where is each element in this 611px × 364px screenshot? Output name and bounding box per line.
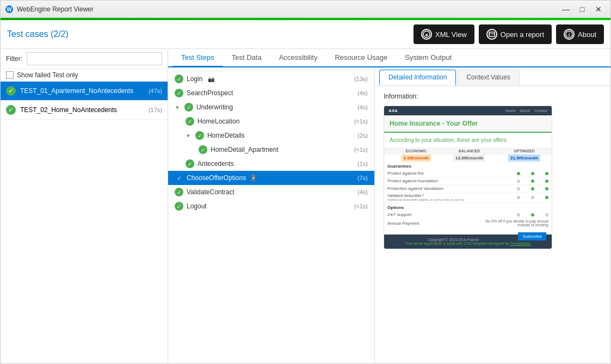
- xml-view-button[interactable]: ⊕ XML View: [413, 24, 474, 44]
- nav-bar: AXA Home About Contact: [384, 106, 552, 115]
- subscribe-button[interactable]: Subscribe: [518, 232, 546, 240]
- screenshot-container: AXA Home About Contact Home Insurance - …: [384, 106, 552, 249]
- step-item[interactable]: ✓ Antecedents (1s): [168, 157, 374, 171]
- step-item[interactable]: ▼ ✓ Underwriting (4s): [168, 100, 374, 114]
- dot: [545, 213, 548, 217]
- step-item[interactable]: ✓ ChooseOfferOptions ▪ (7s): [168, 171, 374, 185]
- step-item[interactable]: ✓ Login 📷 (13s): [168, 72, 374, 86]
- app-icon: W: [5, 5, 14, 14]
- dot: [517, 213, 520, 217]
- insurance-preview: AXA Home About Contact Home Insurance - …: [384, 106, 552, 249]
- detail-panel: Detailed Information Context Values Info…: [375, 67, 610, 363]
- guarantee-dots: [517, 196, 548, 199]
- tab-system-output[interactable]: System Output: [396, 49, 460, 67]
- insurance-header: Home Insurance - Your Offer: [384, 115, 552, 133]
- open-report-label: Open a report: [501, 30, 544, 39]
- dot: [545, 180, 548, 183]
- tab-detailed-information[interactable]: Detailed Information: [379, 70, 456, 85]
- dot: [517, 196, 520, 199]
- show-failed-label: Show failed Test only: [17, 71, 78, 79]
- step-item[interactable]: ✓ SearchProspect (4s): [168, 86, 374, 100]
- show-failed-checkbox[interactable]: [6, 71, 14, 79]
- step-item[interactable]: ✓ ValidateContract (4s): [168, 185, 374, 199]
- step-time: (7s): [357, 175, 368, 181]
- step-screen-icon: ▪: [251, 175, 255, 181]
- step-label: ValidateContract: [187, 188, 234, 196]
- tab-resource-usage[interactable]: Resource Usage: [326, 49, 396, 67]
- maximize-button[interactable]: □: [575, 4, 590, 15]
- options-section-label: Options: [384, 203, 552, 211]
- step-item[interactable]: ✓ Logout (<1s): [168, 199, 374, 213]
- content-area: Filter: Show failed Test only ✓ TEST_01_…: [1, 49, 610, 363]
- step-status-icon: ✓: [175, 188, 183, 196]
- close-button[interactable]: ✕: [591, 4, 606, 15]
- guarantee-name: Protect against Inundation: [387, 178, 517, 183]
- title-bar: W WebEngine Report Viewer — □ ✕: [1, 1, 610, 18]
- annual-payment-row: Annual Payment No 5% off if you decide t…: [384, 218, 552, 228]
- open-report-button[interactable]: Open a report: [479, 24, 552, 44]
- guarantee-name: Protect against fire: [387, 171, 517, 176]
- step-time: (<1s): [354, 118, 368, 125]
- insurance-subtitle: According to your situation, these are y…: [384, 133, 552, 147]
- col-optimized-header: OPTIMIZED: [497, 147, 552, 155]
- test-item-name: TEST_01_Apartement_NoAntecedents: [20, 87, 144, 95]
- col-economic-header: ECONOMIC: [391, 147, 442, 155]
- left-panel: Filter: Show failed Test only ✓ TEST_01_…: [1, 49, 168, 363]
- detail-tabs: Detailed Information Context Values: [375, 67, 610, 86]
- test-item-time: (17s): [149, 107, 162, 113]
- tab-context-values[interactable]: Context Values: [457, 70, 520, 85]
- dot: [531, 172, 534, 175]
- guarantee-dots: [517, 180, 548, 183]
- col-balanced-header: BALANCED: [442, 147, 497, 155]
- annual-name: Annual Payment: [387, 221, 483, 226]
- dot: [531, 213, 534, 217]
- tab-accessibility[interactable]: Accessibility: [270, 49, 326, 67]
- dot: [517, 187, 520, 190]
- step-status-icon: ✓: [186, 117, 194, 126]
- step-status-icon: ✓: [199, 145, 207, 154]
- guarantee-name: Validated deductible *Additional deducti…: [387, 194, 517, 201]
- main-window: W WebEngine Report Viewer — □ ✕ Test cas…: [0, 0, 611, 364]
- annual-note: No 5% off if you decide to pay annual in…: [483, 219, 548, 227]
- step-label: HomeDetails: [207, 132, 245, 139]
- step-time: (2s): [357, 132, 368, 139]
- list-item[interactable]: ✓ TEST_02_Home_NoAntecedents (17s): [1, 101, 168, 120]
- step-item[interactable]: ✓ HomeDetail_Apartment (<1s): [168, 143, 374, 157]
- guarantee-row: Protect against fire: [384, 170, 552, 177]
- minimize-button[interactable]: —: [558, 4, 573, 15]
- expand-arrow-icon: ▼: [186, 133, 191, 139]
- step-time: (13s): [354, 76, 368, 82]
- options-row: 24/7 support: [384, 211, 552, 218]
- svg-rect-4: [489, 32, 495, 36]
- page-title: Test cases (2/2): [7, 29, 409, 39]
- dot: [517, 172, 520, 175]
- step-status-icon: ✓: [175, 75, 183, 83]
- step-item[interactable]: ✓ HomeLocation (<1s): [168, 114, 374, 128]
- xml-icon: ⊕: [421, 29, 432, 40]
- tab-test-steps[interactable]: Test Steps: [172, 49, 223, 67]
- step-item[interactable]: ▼ ✓ HomeDetails (2s): [168, 128, 374, 143]
- guarantee-row: Protect against Inundation: [384, 177, 552, 185]
- toolbar: Test cases (2/2) ⊕ XML View Open a repor…: [1, 20, 610, 49]
- step-label: Underwriting: [196, 103, 233, 111]
- test-list: ✓ TEST_01_Apartement_NoAntecedents (47s)…: [1, 82, 168, 363]
- step-time: (<1s): [354, 203, 368, 209]
- filter-input[interactable]: [27, 52, 162, 65]
- step-status-icon: ✓: [195, 131, 204, 140]
- guarantee-name: Protection against Vandalism: [387, 186, 517, 191]
- main-area: Test Steps Test Data Accessibility Resou…: [168, 49, 610, 363]
- about-button[interactable]: i About: [556, 24, 604, 44]
- test-item-time: (47s): [149, 88, 162, 94]
- step-label: Login: [187, 75, 202, 83]
- app-title: WebEngine Report Viewer: [17, 5, 558, 13]
- open-report-icon: [486, 29, 497, 40]
- insurance-title: Home Insurance - Your Offer: [390, 120, 546, 127]
- list-item[interactable]: ✓ TEST_01_Apartement_NoAntecedents (47s): [1, 82, 168, 101]
- dot: [531, 196, 534, 199]
- subscribe-area: Subscribe: [384, 230, 552, 235]
- window-controls: — □ ✕: [558, 4, 606, 15]
- step-status-icon: ✓: [175, 202, 183, 211]
- show-failed-bar: Show failed Test only: [1, 69, 168, 82]
- tab-test-data[interactable]: Test Data: [223, 49, 270, 67]
- filter-bar: Filter:: [1, 49, 168, 69]
